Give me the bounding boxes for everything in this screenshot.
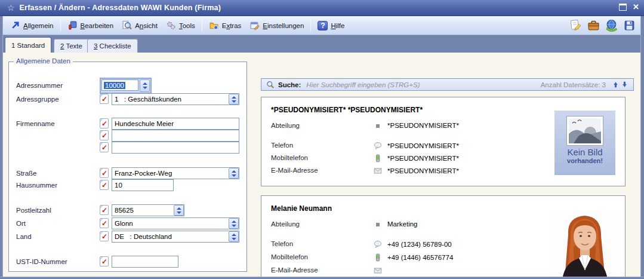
label-postleitzahl: Postleitzahl [16, 207, 51, 214]
menu-label: Tools [179, 22, 195, 29]
label-strasse: Straße [16, 170, 37, 177]
department-label: Abteilung [271, 220, 300, 228]
mobile-value: +49 (1446) 46576774 [387, 254, 453, 261]
menu-label: Bearbeiten [81, 22, 114, 29]
firmenname-input-3[interactable] [112, 142, 239, 154]
firmenname2-check-icon[interactable] [100, 130, 109, 140]
edit-icon [67, 20, 78, 30]
hausnummer-input[interactable] [112, 179, 174, 191]
menu-item-hilfe[interactable]: Hilfe [313, 19, 349, 32]
ustid-input[interactable] [112, 256, 178, 268]
label-adressgruppe: Adressgruppe [16, 96, 59, 103]
window-border-bottom [0, 277, 644, 279]
menu-item-einstellungen[interactable]: Einstellungen [245, 19, 308, 32]
firmenname-input-2[interactable] [112, 130, 239, 142]
toolbar-quick-icons [569, 19, 636, 32]
gears-icon [166, 20, 176, 30]
search-bar[interactable]: Suche: Hier Suchbegriff eingeben (STRG+S… [261, 78, 634, 91]
menu-item-tools[interactable]: Tools [162, 19, 199, 32]
ort-input[interactable] [112, 217, 239, 229]
tab-label: 3 Checkliste [94, 42, 131, 50]
save-icon[interactable] [623, 19, 636, 32]
strasse-input[interactable] [112, 167, 239, 179]
mobile-label: Mobiltelefon [271, 253, 308, 260]
ustid-check-icon[interactable] [100, 256, 109, 266]
tab-texte[interactable]: 2 Texte [54, 39, 89, 53]
tab-checkliste[interactable]: 3 Checkliste [87, 39, 138, 53]
department-value: Marketing [387, 220, 418, 228]
contact-name: Melanie Neumann [271, 204, 332, 213]
maximize-restore-button[interactable] [619, 4, 627, 11]
postleitzahl-check-icon[interactable] [100, 205, 109, 215]
email-value: *PSEUDONYMISIERT* [387, 167, 459, 174]
speech-bubble-icon [374, 240, 382, 249]
mobile-label: Mobiltelefon [271, 154, 308, 161]
close-button[interactable]: ✕ [633, 4, 639, 11]
menu-bar: Allgemein Bearbeiten Ansicht Tools Extra… [0, 16, 644, 35]
bullet-icon [376, 124, 380, 128]
land-input[interactable] [112, 231, 239, 243]
globe-icon[interactable] [605, 19, 618, 32]
groupbox-allgemeine-daten: Allgemeine Daten Adressnummer 10000 Adre… [8, 62, 247, 272]
strasse-spinner[interactable] [229, 168, 239, 179]
postleitzahl-field-group [112, 204, 184, 216]
contact-card[interactable]: *PSEUDONYMISIERT* *PSEUDONYMISIERT* Abte… [261, 97, 625, 186]
notes-pencil-icon[interactable] [569, 19, 582, 32]
adressgruppe-spinner[interactable] [229, 94, 239, 105]
postleitzahl-spinner[interactable] [174, 205, 184, 216]
briefcase-icon[interactable] [587, 19, 600, 32]
no-image-placeholder: Kein Bild vorhanden! [554, 111, 615, 175]
land-field-group [112, 231, 239, 243]
menu-separator [202, 20, 202, 32]
adressnummer-spinner[interactable] [140, 79, 150, 92]
ort-spinner[interactable] [229, 218, 239, 229]
menu-separator [60, 20, 61, 32]
tab-label: 1 Standard [11, 42, 45, 49]
search-label: Suche: [278, 81, 301, 88]
label-adressnummer: Adressnummer [16, 82, 63, 89]
contact-card[interactable]: Melanie Neumann Abteilung Marketing Tele… [261, 195, 625, 277]
tab-strip: 1 Standard 2 Texte 3 Checkliste [0, 35, 644, 53]
landscape-image-icon [566, 116, 603, 146]
adressgruppe-field-group [112, 93, 239, 105]
menu-item-bearbeiten[interactable]: Bearbeiten [63, 19, 118, 32]
hausnummer-check-icon[interactable] [100, 180, 109, 190]
menu-separator [310, 20, 311, 32]
firmenname-input-1[interactable] [112, 118, 239, 130]
label-ort: Ort [16, 220, 26, 227]
selected-text: 10000 [104, 82, 125, 89]
settings-pencil-icon [249, 20, 260, 30]
land-check-icon[interactable] [100, 231, 109, 241]
adressgruppe-input[interactable] [112, 93, 239, 105]
email-label: E-Mail-Adresse [271, 167, 318, 174]
mobile-phone-icon [374, 253, 382, 262]
strasse-check-icon[interactable] [100, 168, 109, 178]
phone-value: +49 (1234) 56789-00 [387, 241, 452, 248]
firmenname1-check-icon[interactable] [100, 118, 109, 128]
email-label: E-Mail-Adresse [271, 266, 318, 274]
label-hausnummer: Hausnummer [16, 182, 57, 189]
arrow-northeast-icon [10, 20, 20, 30]
firmenname3-check-icon[interactable] [100, 142, 109, 152]
tab-standard[interactable]: 1 Standard [5, 37, 51, 53]
favorite-star-icon[interactable]: ☆ [7, 3, 15, 13]
menu-item-extras[interactable]: Extras [205, 19, 246, 32]
help-icon [318, 21, 328, 30]
ort-field-group [112, 217, 239, 229]
ort-check-icon[interactable] [100, 218, 109, 228]
record-up-icon[interactable] [612, 81, 620, 88]
bullet-icon [376, 223, 380, 226]
magnifier-page-icon [122, 20, 132, 30]
land-spinner[interactable] [229, 231, 239, 242]
title-bar: ☆ Erfassen / Ändern - Adressdaten WAWI K… [0, 0, 644, 16]
record-down-icon[interactable] [621, 81, 628, 88]
adressnummer-field-group: 10000 [100, 78, 152, 94]
menu-item-ansicht[interactable]: Ansicht [118, 19, 162, 32]
adressgruppe-check-icon[interactable] [100, 94, 109, 104]
menu-item-allgemein[interactable]: Allgemein [6, 19, 58, 32]
phone-label: Telefon [271, 142, 293, 149]
adressnummer-input[interactable]: 10000 [101, 79, 138, 91]
label-land: Land [16, 233, 32, 240]
menu-label: Allgemein [23, 22, 54, 29]
window-title: Erfassen / Ändern - Adressdaten WAWI Kun… [20, 4, 221, 12]
